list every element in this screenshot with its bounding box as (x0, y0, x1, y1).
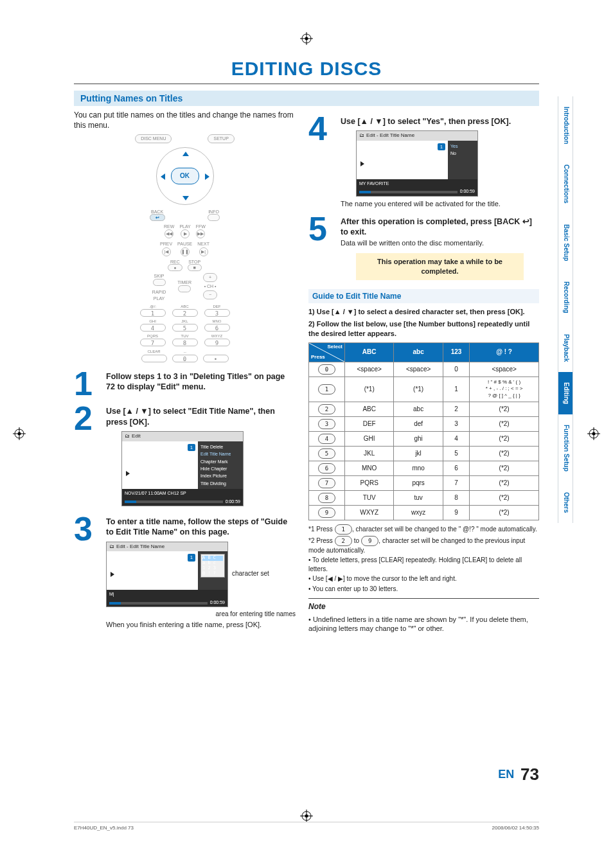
osd-title: 🗂Edit - Edit Title Name (107, 542, 227, 552)
side-tab-introduction[interactable]: Introduction (558, 96, 573, 154)
osd-option-item: No (450, 150, 475, 156)
step-number: 1 (74, 369, 100, 399)
warning-box: This operation may take a while to be co… (356, 253, 524, 280)
keypad-0: 0 (172, 355, 198, 362)
osd-chip: 1 (438, 143, 445, 150)
remote-ch-label: • CH • (203, 283, 217, 289)
osd-edit-menu: 🗂Edit 1 Title DeleteEdit Title NameChapt… (121, 431, 244, 506)
table-row: 9WXYZwxyz9(*2) (309, 505, 539, 520)
table-cell: jkl (394, 446, 443, 461)
step-heading: Use [▲ / ▼] to select "Edit Title Name",… (106, 406, 296, 427)
keypad-label: PQRS (140, 333, 166, 339)
col-header: abc (394, 342, 443, 362)
right-arrow-icon (205, 173, 209, 180)
table-cell: 6 (443, 461, 469, 475)
remote-ok-btn: OK (171, 168, 199, 184)
remote-skip-btn (153, 279, 166, 286)
step-heading: Use [▲ / ▼] to select "Yes", then press … (341, 116, 539, 127)
step-3: 3 To enter a title name, follow the step… (74, 514, 296, 630)
table-cell: (*2) (470, 461, 539, 475)
table-cell: 9 (443, 505, 469, 520)
side-tab-connections[interactable]: Connections (558, 154, 573, 214)
remote-plus-btn: + (203, 273, 217, 281)
remote-rapid-label: RAPID PLAY (152, 289, 166, 301)
imprint-right: 2008/06/02 14:50:35 (492, 825, 539, 831)
keypad-label: .@/: (140, 304, 166, 309)
keypad-7: 7 (140, 339, 166, 346)
keypad-6: 6 (204, 324, 230, 332)
after-entry-caption: When you finish entering a title name, p… (106, 620, 296, 630)
key-pill: 9 (318, 508, 335, 518)
remote-ffw-btn: ▶▶ (196, 229, 205, 238)
table-cell: 7 (443, 475, 469, 490)
svg-point-3 (305, 37, 308, 40)
page-number: 73 (520, 765, 539, 784)
side-tab-recording[interactable]: Recording (558, 271, 573, 323)
remote-rew-btn: ◀◀ (164, 229, 173, 238)
osd-menu-item: Title Dividing (200, 481, 240, 486)
table-cell: WXYZ (345, 505, 394, 520)
remote-timer-btn (178, 285, 191, 292)
keypad-3: 3 (204, 309, 230, 317)
side-tab-playback[interactable]: Playback (558, 324, 573, 372)
keypad-dot: • (203, 355, 229, 362)
osd-menu-item: Index Picture (200, 473, 240, 479)
side-tabs: IntroductionConnectionsBasic SetupRecord… (558, 96, 573, 523)
progress-bar (359, 191, 458, 193)
footnote-line: • Use [◀ / ▶] to move the cursor to the … (308, 574, 539, 583)
play-icon (126, 471, 130, 476)
remote-rec-btn: ● (168, 264, 182, 271)
table-cell: 8 (443, 490, 469, 505)
guide-line-2: 2) Follow the list below, use [the Numbe… (308, 319, 539, 339)
keypad-1: 1 (140, 309, 166, 317)
table-cell: DEF (345, 416, 394, 431)
osd-footer-left: NOV/21/07 11:00AM CH12 SP (125, 490, 186, 496)
table-row: 3DEFdef3(*2) (309, 416, 539, 431)
table-cell: JKL (345, 446, 394, 461)
remote-ffw-label: FFW (196, 224, 206, 229)
table-cell: MNO (345, 461, 394, 475)
table-cell: (*2) (470, 431, 539, 446)
progress-bar (109, 602, 208, 605)
registration-mark-icon (300, 32, 313, 45)
remote-prev-label: PREV (160, 241, 172, 247)
step-heading: After this operation is completed, press… (341, 217, 539, 238)
step-number: 2 (74, 403, 100, 509)
col-header: @ ! ? (470, 342, 539, 362)
step-number: 4 (308, 114, 334, 209)
registration-mark-icon (300, 810, 313, 822)
table-diag-header: Select Press (309, 342, 345, 362)
keypad-label: JKL (172, 319, 198, 324)
keypad-label: MNO (204, 319, 230, 324)
osd-menu-item: Edit Title Name (200, 451, 240, 457)
keypad-8: 8 (172, 339, 198, 346)
table-cell: 0 (443, 362, 469, 376)
table-row: 4GHIghi4(*2) (309, 431, 539, 446)
side-tab-editing[interactable]: Editing (558, 372, 573, 414)
osd-title: 🗂Edit (122, 432, 243, 441)
step-heading: To enter a title name, follow the steps … (106, 517, 296, 538)
after-yes-caption: The name you entered will be activated f… (341, 199, 539, 209)
svg-point-7 (18, 432, 21, 436)
keypad-clear-label: CLEAR (141, 349, 167, 354)
table-cell: def (394, 416, 443, 431)
keypad-clear (141, 355, 167, 362)
footnotes: *1 Press 1, character set will be change… (308, 524, 539, 594)
table-cell: ! " # $ % & ' ( ) * + , - . / : ; < = > … (470, 376, 539, 402)
table-row: 1(*1)(*1)1! " # $ % & ' ( ) * + , - . / … (309, 376, 539, 402)
remote-pause-label: PAUSE (177, 241, 192, 247)
section-title: Putting Names on Titles (74, 91, 539, 106)
registration-mark-icon (587, 427, 600, 440)
table-cell: mno (394, 461, 443, 475)
side-tab-function-setup[interactable]: Function Setup (558, 414, 573, 482)
osd-footer-left: MY FAVORITE (359, 181, 389, 186)
imprint-left: E7H40UD_EN_v5.indd 73 (74, 825, 134, 831)
imprint: E7H40UD_EN_v5.indd 73 2008/06/02 14:50:3… (74, 822, 539, 831)
side-tab-basic-setup[interactable]: Basic Setup (558, 214, 573, 271)
side-tab-others[interactable]: Others (558, 482, 573, 523)
table-cell: (*2) (470, 475, 539, 490)
character-table: Select Press ABC abc 123 @ ! ? 0<space><… (308, 342, 539, 520)
remote-stop-btn: ■ (188, 264, 202, 271)
osd-confirm-yes: 🗂Edit - Edit Title Name 1 YesNo MY FAVOR… (356, 130, 478, 197)
key-pill: 3 (318, 419, 335, 429)
